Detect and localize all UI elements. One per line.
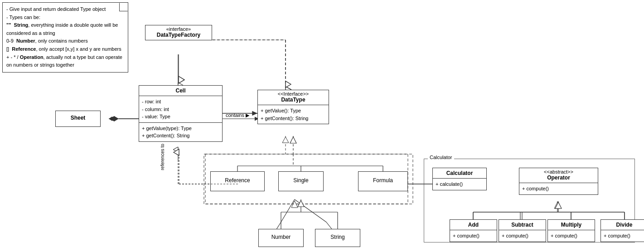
- cell-attrs: - row: int - column: int - value: Type: [139, 96, 222, 122]
- divide-box: Divide + compute(): [600, 219, 644, 242]
- cell-name: Cell: [139, 86, 222, 96]
- number-name: Number: [261, 234, 301, 242]
- operator-name: Operator: [519, 174, 598, 183]
- calculator-methods: + calculate(): [433, 179, 486, 190]
- datatype-stereotype: <<Interface>>: [258, 90, 329, 97]
- svg-marker-36: [110, 116, 119, 121]
- svg-marker-40: [290, 137, 296, 143]
- diagram: - Give input and return dedicated Type o…: [0, 0, 644, 252]
- datatype-name: DataType: [258, 97, 329, 105]
- multiply-name: Multiply: [548, 220, 595, 230]
- contains-label: contains ▶: [226, 112, 249, 118]
- calculator-box: Calculator + calculate(): [432, 168, 487, 190]
- datatype-box: <<Interface>> DataType + getValue(): Typ…: [257, 90, 329, 124]
- datatypefactory-stereotype: «interface»: [145, 25, 212, 32]
- note-line-5: [] Reference, only accept [x,y] x and y …: [6, 45, 124, 53]
- formula-box: Formula: [358, 171, 408, 191]
- add-methods: + compute(): [450, 230, 497, 242]
- subtract-name: Subtract: [499, 220, 546, 230]
- single-box: Single: [278, 171, 324, 191]
- cell-methods: + getValue(type): Type + getContent(): S…: [139, 122, 222, 141]
- subtract-methods: + compute(): [499, 230, 546, 242]
- calculator-group-label: Calculator: [428, 155, 454, 160]
- divide-methods: + compute(): [601, 230, 644, 242]
- calculator-name: Calculator: [433, 168, 486, 178]
- sheet-name: Sheet: [58, 115, 98, 123]
- note-line-3: "" String, everything inside a double qu…: [6, 21, 124, 37]
- string-box: String: [315, 229, 360, 247]
- multiply-box: Multiply + compute(): [547, 219, 595, 242]
- add-name: Add: [450, 220, 497, 230]
- string-name: String: [317, 234, 358, 242]
- operator-stereotype: <<abstract>>: [519, 168, 598, 174]
- formula-name: Formula: [360, 177, 406, 185]
- sheet-box: Sheet: [55, 111, 101, 127]
- note-line-4: 0-9 Number, only contains numbers: [6, 37, 124, 45]
- references-to-label: references to: [160, 144, 165, 170]
- svg-line-17: [281, 199, 295, 222]
- multiply-methods: + compute(): [548, 230, 595, 242]
- single-name: Single: [281, 177, 321, 185]
- svg-line-19: [295, 199, 326, 222]
- svg-marker-13: [282, 137, 289, 143]
- svg-marker-21: [291, 201, 298, 208]
- datatypefactory-name: DataTypeFactory: [145, 32, 212, 40]
- divide-name: Divide: [601, 220, 644, 230]
- note-line-6: + - * / Operation, actually not a type b…: [6, 53, 124, 69]
- add-box: Add + compute(): [450, 219, 497, 242]
- number-box: Number: [258, 229, 304, 247]
- subtract-box: Subtract + compute(): [499, 219, 546, 242]
- note-box: - Give input and return dedicated Type o…: [2, 2, 128, 73]
- note-line-1: - Give input and return dedicated Type o…: [6, 5, 124, 14]
- note-line-2: - Types can be:: [6, 14, 124, 22]
- cell-box: Cell - row: int - column: int - value: T…: [139, 85, 223, 142]
- datatypefactory-box: «interface» DataTypeFactory: [145, 25, 212, 40]
- operator-box: <<abstract>> Operator + compute(): [519, 168, 598, 195]
- reference-name: Reference: [213, 177, 262, 185]
- reference-box: Reference: [210, 171, 265, 191]
- datatype-methods: + getValue(): Type + getContent(): Strin…: [258, 105, 329, 124]
- svg-marker-51: [298, 200, 304, 207]
- operator-methods: + compute(): [519, 183, 598, 194]
